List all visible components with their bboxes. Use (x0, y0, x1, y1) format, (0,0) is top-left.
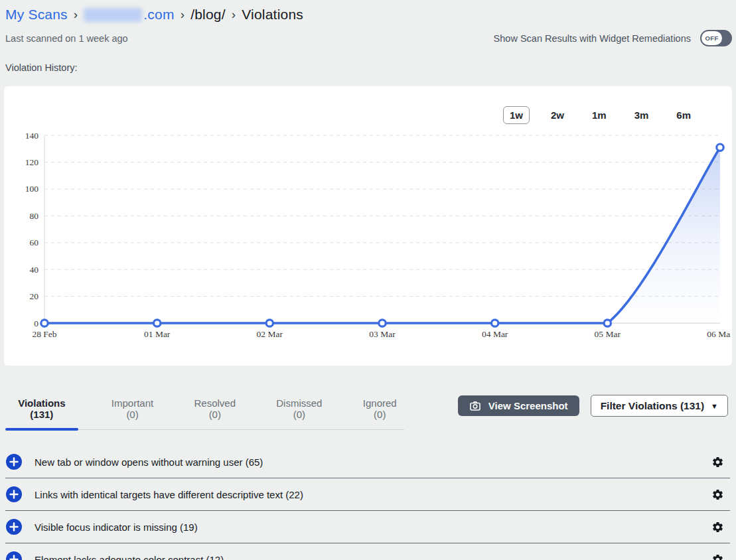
range-button-1w[interactable]: 1w (503, 106, 530, 124)
results-toolbar: Violations (131) Important (0) Resolved … (5, 393, 728, 430)
svg-text:20: 20 (30, 291, 39, 301)
violation-history-chart: 02040608010012014028 Feb01 Mar02 Mar03 M… (4, 127, 732, 356)
filter-violations-label: Filter Violations (131) (601, 400, 704, 412)
expand-plus-button[interactable] (6, 486, 22, 502)
violation-row[interactable]: New tab or window opens without warning … (5, 446, 730, 478)
violation-label: New tab or window opens without warning … (35, 456, 263, 468)
view-screenshot-button[interactable]: View Screenshot (458, 395, 579, 416)
domain-suffix: .com (143, 7, 174, 23)
violation-row[interactable]: Links with identical targets have differ… (5, 478, 730, 511)
range-button-2w[interactable]: 2w (544, 106, 571, 124)
svg-text:0: 0 (34, 318, 38, 328)
svg-text:01 Mar: 01 Mar (144, 329, 171, 339)
svg-text:140: 140 (25, 131, 39, 141)
violation-label: Links with identical targets have differ… (35, 489, 303, 500)
gear-icon[interactable] (711, 488, 724, 501)
breadcrumb: My Scans › .com › /blog/ › Violations (5, 7, 732, 23)
expand-plus-button[interactable] (6, 519, 22, 535)
result-tabs: Violations (131) Important (0) Resolved … (5, 393, 404, 430)
tab-violations[interactable]: Violations (131) (5, 393, 78, 429)
violation-label: Visible focus indicator is missing (19) (35, 522, 198, 533)
view-screenshot-label: View Screenshot (488, 400, 568, 411)
range-button-1m[interactable]: 1m (585, 106, 613, 124)
chart-svg: 02040608010012014028 Feb01 Mar02 Mar03 M… (4, 127, 731, 356)
gear-icon[interactable] (711, 456, 724, 468)
remediations-toggle[interactable]: OFF (700, 30, 732, 46)
camera-icon (469, 400, 481, 412)
chart-range-buttons: 1w 2w 1m 3m 6m (4, 86, 732, 124)
svg-text:04 Mar: 04 Mar (482, 329, 508, 339)
toolbar-actions: View Screenshot Filter Violations (131) … (458, 395, 728, 417)
violation-row[interactable]: Element lacks adequate color contrast (1… (5, 543, 730, 560)
breadcrumb-separator: › (226, 7, 242, 22)
breadcrumb-current-violations: Violations (242, 7, 303, 23)
breadcrumb-separator: › (175, 7, 191, 22)
svg-text:120: 120 (25, 157, 39, 167)
expand-plus-button[interactable] (6, 454, 22, 470)
expand-plus-button[interactable] (6, 551, 22, 560)
svg-text:40: 40 (30, 265, 39, 275)
last-scanned-text: Last scanned on 1 week ago (5, 33, 128, 44)
violations-list: New tab or window opens without warning … (5, 446, 730, 560)
breadcrumb-link-my-scans[interactable]: My Scans (5, 7, 68, 23)
redacted-domain (84, 8, 142, 22)
svg-text:100: 100 (25, 184, 39, 194)
svg-text:02 Mar: 02 Mar (257, 329, 283, 339)
svg-text:80: 80 (30, 211, 39, 221)
breadcrumb-link-domain[interactable]: .com (84, 7, 174, 23)
violation-row[interactable]: Visible focus indicator is missing (19) (5, 511, 730, 543)
gear-icon[interactable] (711, 521, 724, 533)
svg-text:06 Mar: 06 Mar (707, 329, 731, 339)
page-header: My Scans › .com › /blog/ › Violations La… (0, 0, 736, 46)
breadcrumb-separator: › (68, 7, 84, 22)
remediations-toggle-group: Show Scan Results with Widget Remediatio… (494, 30, 732, 46)
svg-text:28 Feb: 28 Feb (32, 329, 56, 339)
filter-violations-dropdown[interactable]: Filter Violations (131) ▼ (591, 395, 728, 417)
range-button-6m[interactable]: 6m (670, 106, 698, 124)
svg-text:03 Mar: 03 Mar (369, 329, 396, 339)
tab-dismissed[interactable]: Dismissed (0) (269, 393, 329, 429)
violation-label: Element lacks adequate color contrast (1… (35, 554, 224, 560)
violation-history-label: Violation History: (5, 62, 736, 73)
violation-history-panel: 1w 2w 1m 3m 6m 02040608010012014028 Feb0… (4, 86, 732, 366)
remediations-toggle-label: Show Scan Results with Widget Remediatio… (494, 33, 691, 44)
svg-text:60: 60 (30, 238, 39, 247)
breadcrumb-link-blog[interactable]: /blog/ (190, 7, 226, 23)
range-button-3m[interactable]: 3m (628, 106, 656, 124)
toggle-knob: OFF (701, 31, 722, 45)
tab-important[interactable]: Important (0) (104, 393, 161, 429)
tab-ignored[interactable]: Ignored (0) (356, 393, 404, 429)
caret-down-icon: ▼ (711, 402, 718, 410)
svg-text:05 Mar: 05 Mar (595, 329, 621, 339)
tab-resolved[interactable]: Resolved (0) (186, 393, 243, 429)
gear-icon[interactable] (711, 553, 724, 560)
scan-results-page: My Scans › .com › /blog/ › Violations La… (0, 0, 736, 560)
